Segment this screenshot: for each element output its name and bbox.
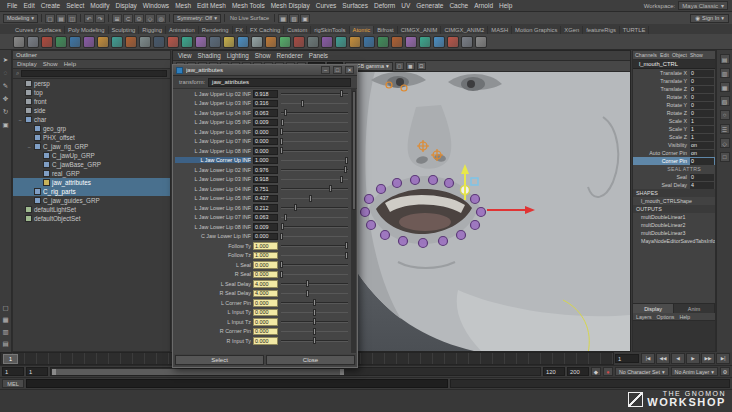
menu-display[interactable]: Display [112,2,139,9]
shelf-icon-14[interactable] [195,36,207,48]
slider-handle[interactable] [345,242,348,249]
channel-value-field[interactable]: 0 [690,102,714,109]
workspace-dropdown[interactable]: Maya Classic ▾ [678,1,728,10]
modeling-toolkit-icon[interactable]: ▧ [720,96,730,106]
ipr-render-icon[interactable]: ▧ [289,14,299,23]
attribute-slider[interactable] [280,241,349,250]
lip-rig-control[interactable] [377,185,386,194]
slider-handle[interactable] [340,176,343,183]
attribute-slider[interactable] [280,260,349,269]
preferences-icon[interactable]: ⚙ [720,367,730,376]
outliner-toggle-icon[interactable]: ☰ [720,124,730,134]
shelf-icon-24[interactable] [335,36,347,48]
attribute-value-field[interactable]: 0.009 [253,223,278,231]
viewport-menu-lighting[interactable]: Lighting [227,52,249,59]
attribute-slider[interactable] [280,308,349,317]
shape-node-l-mouth-ctrlshape[interactable]: l_mouth_CTRLShape [633,197,715,205]
shelf-icon-20[interactable] [279,36,291,48]
menu-modify[interactable]: Modify [87,2,112,9]
current-frame-marker[interactable]: 1 [3,354,18,364]
shelf-icon-16[interactable] [223,36,235,48]
viewport-menu-renderer[interactable]: Renderer [276,52,302,59]
shelf-tab-bifrost[interactable]: Bifrost [374,26,397,34]
attribute-slider[interactable] [280,222,349,231]
layer-editor-tab-display[interactable]: Display [633,304,674,313]
slider-handle[interactable] [280,138,283,145]
slider-handle[interactable] [344,166,347,173]
four-pane-layout-icon[interactable]: ▦ [1,315,10,324]
layer-editor-tab-anim[interactable]: Anim [674,304,715,313]
slider-handle[interactable] [313,328,316,335]
channel-value-field[interactable]: 0 [690,70,714,77]
minimize-button[interactable]: – [321,66,330,74]
menu-mesh-tools[interactable]: Mesh Tools [229,2,268,9]
snap-to-plane-icon[interactable]: ◇ [145,14,155,23]
slider-handle[interactable] [313,337,316,344]
shelf-tab-animation[interactable]: Animation [166,26,199,34]
tool-settings-toggle-icon[interactable]: ▥ [720,68,730,78]
attribute-slider[interactable] [280,108,349,117]
channel-box-node-name[interactable]: l_mouth_CTRL [633,60,715,69]
attribute-slider[interactable] [280,298,349,307]
lip-rig-control[interactable] [457,231,466,240]
menu-edit[interactable]: Edit [20,2,37,9]
attribute-editor-toggle-icon[interactable]: ▤ [720,54,730,64]
viewport-menu-view[interactable]: View [178,52,192,59]
snap-to-grid-icon[interactable]: ⊞ [112,14,122,23]
attribute-value-field[interactable]: 0.437 [253,195,278,203]
shelf-tab-custom[interactable]: Custom [284,26,311,34]
shelf-tab-fx[interactable]: FX [233,26,247,34]
slider-handle[interactable] [329,185,332,192]
channel-translate-z[interactable]: Translate Z0 [633,85,715,93]
select-button[interactable]: Select [175,355,264,365]
shelf-icon-27[interactable] [377,36,389,48]
outliner-item-side[interactable]: side [13,106,170,115]
lasso-select-tool-icon[interactable]: ◌ [1,68,10,77]
attribute-value-field[interactable]: 0.063 [253,214,278,222]
playback-range-bar[interactable] [52,369,341,375]
channel-corner-pin[interactable]: Corner Pin0 [633,157,715,165]
character-set-dropdown[interactable]: No Character Set ▾ [615,367,669,376]
persp-outliner-layout-icon[interactable]: ▥ [1,327,10,336]
sign-in-button[interactable]: ◉ Sign In ▾ [690,14,729,23]
attribute-slider[interactable] [280,327,349,336]
slider-handle[interactable] [280,128,283,135]
channel-value-field[interactable]: 1 [690,118,714,125]
menu-edit-mesh[interactable]: Edit Mesh [194,2,229,9]
outliner-item-front[interactable]: front [13,97,170,106]
slider-handle[interactable] [345,252,348,259]
slider-handle[interactable] [284,109,287,116]
lip-rig-control[interactable] [365,195,374,204]
attribute-value-field[interactable]: 0.212 [253,204,278,212]
slider-handle[interactable] [281,223,284,230]
channel-value-field[interactable]: 0 [690,158,714,165]
snap-to-curve-icon[interactable]: ⊂ [123,14,133,23]
attribute-value-field[interactable]: 0.000 [253,337,278,345]
slider-handle[interactable] [280,233,283,240]
channel-auto-corner-pin[interactable]: Auto Corner Pinon [633,149,715,157]
slider-handle[interactable] [313,318,316,325]
shelf-tab-atomic[interactable]: Atomic [350,26,375,34]
attribute-slider[interactable] [280,184,349,193]
open-scene-icon[interactable]: ▤ [56,14,66,23]
attribute-value-field[interactable]: 0.751 [253,185,278,193]
attribute-value-field[interactable]: 0.009 [253,119,278,127]
transform-field[interactable]: jaw_attributes [208,78,351,87]
attribute-slider[interactable] [280,317,349,326]
output-node-multdoublelinear3[interactable]: multDoubleLinear3 [633,229,715,237]
range-slider[interactable] [50,367,541,376]
move-tool-icon[interactable]: ✥ [1,94,10,103]
range-start-handle[interactable] [52,369,56,375]
select-tool-icon[interactable]: ➤ [1,55,10,64]
slider-handle[interactable] [309,195,312,202]
slider-handle[interactable] [281,119,284,126]
shelf-tab-rigging[interactable]: Rigging [139,26,166,34]
outliner-filter-field[interactable] [21,70,167,77]
attribute-value-field[interactable]: 4.000 [253,290,278,298]
shelf-icon-19[interactable] [265,36,277,48]
isolate-select-icon[interactable]: ⊡ [417,62,426,70]
shelf-icon-13[interactable] [181,36,193,48]
shelf-tab-sculpting[interactable]: Sculpting [109,26,140,34]
persp-graph-layout-icon[interactable]: ▤ [1,339,10,348]
attribute-value-field[interactable]: 0.000 [253,233,278,241]
